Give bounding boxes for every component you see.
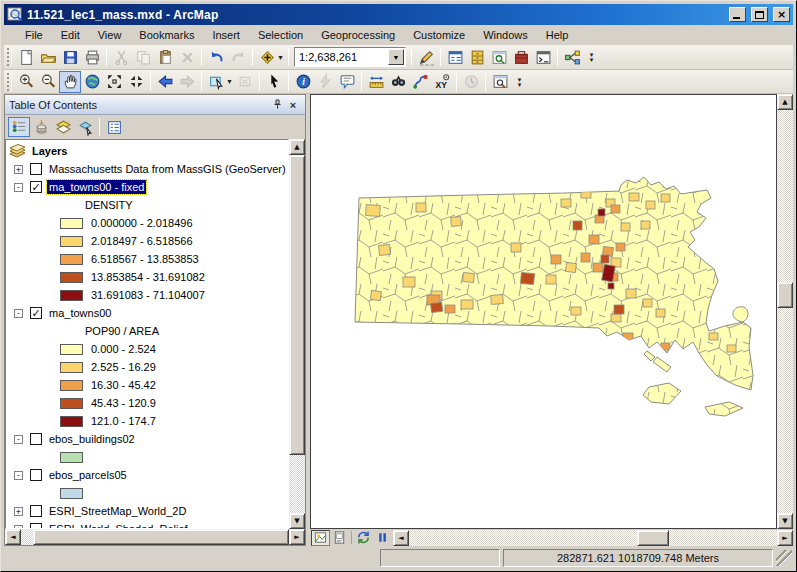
menu-view[interactable]: View <box>89 27 131 43</box>
find-route-icon[interactable] <box>409 71 431 93</box>
open-icon[interactable] <box>37 46 59 68</box>
chevron-down-icon[interactable]: ▼ <box>225 78 234 85</box>
fixed-zoom-in-icon[interactable] <box>103 71 125 93</box>
list-by-visibility-icon[interactable] <box>52 117 74 137</box>
scrollbar-track[interactable] <box>289 455 305 513</box>
modelbuilder-icon[interactable] <box>561 46 583 68</box>
table-of-contents-window-icon[interactable] <box>444 46 466 68</box>
collapse-icon[interactable]: - <box>14 309 23 318</box>
minimize-button[interactable] <box>729 7 746 22</box>
zoom-out-icon[interactable] <box>37 71 59 93</box>
frame-label[interactable]: Layers <box>30 144 69 158</box>
map-scale-combo[interactable]: 1:2,638,261▼ <box>294 47 406 67</box>
scroll-left-icon[interactable]: ◄ <box>393 530 409 546</box>
layer-visibility-checkbox[interactable] <box>30 163 42 175</box>
menu-insert[interactable]: Insert <box>203 27 249 43</box>
scrollbar-thumb[interactable] <box>777 282 793 308</box>
map-horizontal-scrollbar[interactable]: ◄ ► <box>393 530 793 546</box>
scrollbar-track[interactable] <box>669 530 777 546</box>
layer-label[interactable]: ebos_buildings02 <box>47 432 137 446</box>
class-swatch[interactable] <box>60 344 83 355</box>
scroll-down-icon[interactable]: ▼ <box>777 513 793 529</box>
toolbar-grip[interactable] <box>7 48 12 66</box>
chevron-down-icon[interactable]: ▼ <box>276 54 285 61</box>
map-scale-value[interactable]: 1:2,638,261 <box>295 51 388 63</box>
arctoolbox-icon[interactable] <box>510 46 532 68</box>
expand-icon[interactable]: + <box>14 525 23 530</box>
class-swatch[interactable] <box>60 236 83 247</box>
find-icon[interactable] <box>387 71 409 93</box>
callout-icon[interactable] <box>336 71 358 93</box>
viewer-window-icon[interactable] <box>489 71 511 93</box>
menu-customize[interactable]: Customize <box>404 27 474 43</box>
toc-vertical-scrollbar[interactable]: ▲ ▼ <box>289 139 305 529</box>
scroll-right-icon[interactable]: ► <box>777 530 793 546</box>
save-icon[interactable] <box>59 46 81 68</box>
class-swatch[interactable] <box>60 254 83 265</box>
catalog-window-icon[interactable] <box>466 46 488 68</box>
menu-geoprocessing[interactable]: Geoprocessing <box>312 27 404 43</box>
layer-label[interactable]: Massachusetts Data from MassGIS (GeoServ… <box>47 162 288 176</box>
expand-icon[interactable]: + <box>14 507 23 516</box>
print-icon[interactable] <box>81 46 103 68</box>
layer-visibility-checkbox[interactable] <box>30 505 42 517</box>
class-swatch[interactable] <box>60 362 83 373</box>
list-by-drawing-order-icon[interactable] <box>8 117 30 137</box>
menu-edit[interactable]: Edit <box>52 27 89 43</box>
identify-icon[interactable]: i <box>292 71 314 93</box>
python-window-icon[interactable] <box>532 46 554 68</box>
undo-icon[interactable] <box>205 46 227 68</box>
pin-icon[interactable] <box>269 98 285 112</box>
collapse-icon[interactable]: - <box>14 183 23 192</box>
toolbar-overflow-icon[interactable]: ▾▾ <box>585 47 598 67</box>
expand-icon[interactable]: + <box>14 165 23 174</box>
select-features-icon[interactable] <box>205 71 227 93</box>
layer-label[interactable]: ebos_parcels05 <box>47 468 129 482</box>
scrollbar-track[interactable] <box>21 529 33 545</box>
class-swatch[interactable] <box>60 398 83 409</box>
toolbar-grip[interactable] <box>7 73 12 91</box>
scrollbar-track[interactable] <box>777 308 793 513</box>
scroll-down-icon[interactable]: ▼ <box>289 513 305 529</box>
menu-file[interactable]: File <box>16 27 52 43</box>
map-view[interactable] <box>310 94 777 529</box>
menu-selection[interactable]: Selection <box>249 27 312 43</box>
back-icon[interactable] <box>154 71 176 93</box>
list-by-selection-icon[interactable] <box>74 117 96 137</box>
menu-help[interactable]: Help <box>537 27 578 43</box>
class-swatch[interactable] <box>60 290 83 301</box>
layer-label[interactable]: ma_towns00 - fixed <box>47 180 146 194</box>
full-extent-icon[interactable] <box>81 71 103 93</box>
collapse-icon[interactable]: - <box>14 435 23 444</box>
new-icon[interactable] <box>15 46 37 68</box>
scrollbar-thumb[interactable] <box>289 155 305 455</box>
layer-visibility-checkbox[interactable] <box>30 523 42 529</box>
measure-icon[interactable] <box>365 71 387 93</box>
collapse-icon[interactable]: - <box>14 471 23 480</box>
fixed-zoom-out-icon[interactable] <box>125 71 147 93</box>
class-swatch[interactable] <box>60 272 83 283</box>
pan-icon[interactable] <box>59 71 81 93</box>
scrollbar-track[interactable] <box>777 110 793 282</box>
scrollbar-track[interactable] <box>409 530 637 546</box>
editor-toolbar-icon[interactable] <box>415 46 437 68</box>
layer-label[interactable]: ESRI_World_Shaded_Relief <box>47 522 190 529</box>
layer-visibility-checkbox[interactable]: ✓ <box>30 307 42 319</box>
close-button[interactable]: × <box>773 7 790 22</box>
scroll-up-icon[interactable]: ▲ <box>777 94 793 110</box>
chevron-down-icon[interactable]: ▼ <box>388 49 404 65</box>
toc-horizontal-scrollbar[interactable]: ◄ ► <box>5 529 305 545</box>
menu-bookmarks[interactable]: Bookmarks <box>130 27 203 43</box>
zoom-in-icon[interactable] <box>15 71 37 93</box>
search-window-icon[interactable] <box>488 46 510 68</box>
layer-swatch[interactable] <box>60 452 83 463</box>
pause-drawing-button[interactable] <box>373 530 392 546</box>
layer-visibility-checkbox[interactable] <box>30 433 42 445</box>
select-elements-icon[interactable] <box>263 71 285 93</box>
data-view-button[interactable] <box>311 530 330 546</box>
layer-label[interactable]: ma_towns00 <box>47 306 113 320</box>
menu-windows[interactable]: Windows <box>474 27 537 43</box>
layer-visibility-checkbox[interactable]: ✓ <box>30 181 42 193</box>
toolbar-overflow-icon[interactable]: ▾▾ <box>513 72 526 92</box>
scrollbar-thumb[interactable] <box>33 529 289 545</box>
